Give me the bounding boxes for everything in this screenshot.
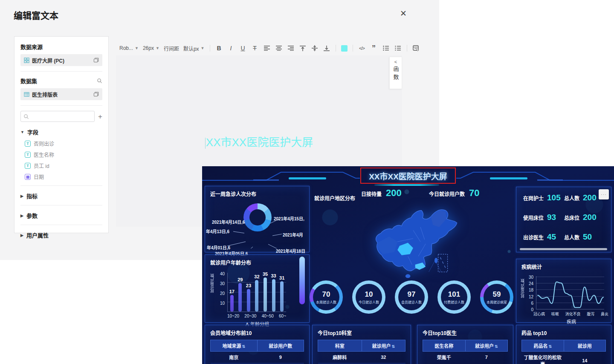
valign-middle-icon[interactable] — [311, 44, 319, 52]
column-header[interactable]: 科室 — [318, 340, 362, 352]
dialog-title: 编辑富文本 — [14, 9, 58, 21]
dashboard-title: XX市XX医院医护大屏 — [369, 170, 447, 182]
ring-value: 70 — [322, 290, 330, 299]
section-metrics[interactable]: ▶ 指标 — [20, 192, 102, 200]
table-cell: 麻醉科 — [318, 352, 362, 363]
table-row: 荣胤千7 — [423, 352, 508, 363]
field-list: T否则出诊T医生名称T员工 id▦日期 — [20, 140, 102, 180]
font-size-dropdown[interactable]: 26px▼ — [143, 45, 159, 51]
stat-label: 在岗护士 — [523, 194, 544, 202]
x-tick: 消化不良 — [565, 311, 580, 317]
section-fields[interactable]: ▼ 字段 — [20, 128, 102, 136]
text-field-icon: T — [25, 141, 31, 147]
table-row: 南京9 — [211, 352, 304, 363]
insert-card-icon[interactable] — [412, 44, 420, 52]
valign-bottom-icon[interactable] — [323, 44, 330, 52]
panel-title: 近一周急诊人次分布 — [205, 186, 309, 197]
text-caret — [205, 138, 206, 149]
close-icon[interactable]: ✕ — [400, 9, 407, 17]
selected-title-widget[interactable]: XX市XX医院医护大屏 — [360, 168, 456, 184]
screens-icon — [24, 58, 29, 63]
datasource-item[interactable]: 医疗大屏 (PC) — [20, 54, 102, 66]
section-params[interactable]: ▶ 参数 — [20, 211, 102, 220]
staff-stat: 出诊医生 45 — [523, 232, 564, 242]
divider — [353, 45, 353, 52]
column-header[interactable]: 药品名⇅ — [522, 340, 564, 352]
y-tick: 18 — [527, 288, 533, 295]
stat-label: 总人数 — [564, 194, 579, 202]
blockquote-button[interactable]: ” — [370, 44, 378, 52]
unordered-list-icon[interactable] — [394, 44, 402, 52]
code-button[interactable]: </> — [358, 44, 366, 52]
staff-stats-grid: 在岗护士 105总人数 200使用床位 93总床位 200出诊医生 45总人数 … — [516, 187, 611, 242]
align-left-icon[interactable] — [263, 44, 271, 52]
column-header[interactable]: 就诊用户⇅ — [465, 340, 508, 352]
panel-title: 就诊用户年龄分布 — [205, 255, 309, 266]
bar-value: 29 — [237, 277, 243, 282]
sort-icon[interactable]: ⇅ — [495, 344, 498, 349]
font-family-dropdown[interactable]: Rob...▼ — [119, 45, 139, 51]
x-tick: 60~ — [279, 314, 286, 318]
data-zoom-slider[interactable] — [299, 257, 305, 304]
disease-stats-panel: 疾病统计 就诊用户数 3024181260 冠心病咳嗽消化不良腹泻鼻炎 疾病 — [516, 259, 611, 323]
donut-callout-label: 2021年4月 — [283, 231, 303, 238]
field-item[interactable]: T医生名称 — [25, 151, 102, 158]
expand-arrow-icon: ▶ — [20, 194, 23, 198]
widget-more-button[interactable]: ··· — [599, 189, 609, 199]
line-spacing-dropdown[interactable]: 默认px▼ — [183, 45, 205, 52]
bold-button[interactable]: B — [215, 44, 223, 52]
sort-icon[interactable]: ⇅ — [391, 344, 395, 349]
field-item[interactable]: ▦日期 — [25, 173, 102, 180]
sort-icon[interactable]: ⇅ — [548, 344, 552, 349]
divider — [20, 205, 102, 205]
stat-label: 总床位 — [564, 214, 579, 221]
sort-icon[interactable]: ⇅ — [242, 344, 245, 349]
column-header[interactable]: 就诊用 — [564, 340, 606, 352]
align-right-icon[interactable] — [287, 44, 295, 52]
ring-label: 本周就诊人数 — [316, 300, 336, 304]
stat-value: 50 — [583, 232, 592, 242]
field-item[interactable]: T否则出诊 — [25, 140, 102, 147]
field-search-box[interactable] — [20, 111, 95, 122]
horizontal-scrollbar[interactable] — [520, 248, 607, 250]
today-visits-stat: 今日就诊用户数 70 — [429, 188, 480, 199]
table-row: 丁酸氢化可的松软膏14 — [522, 352, 606, 364]
dataset-item[interactable]: 医生排版表 — [20, 88, 102, 100]
valign-top-icon[interactable] — [299, 44, 307, 52]
field-item[interactable]: T员工 id — [25, 162, 102, 169]
divider — [20, 71, 102, 72]
font-color-swatch[interactable] — [341, 45, 348, 52]
medicine-table: 药品名⇅就诊用丁酸氢化可的松软膏14三金片17 — [521, 340, 606, 364]
column-header[interactable]: 就诊用户⇅ — [362, 340, 405, 352]
bar: 23 — [247, 289, 250, 312]
stat-label: 使用床位 — [523, 214, 544, 221]
switch-dataset-icon[interactable] — [93, 92, 99, 97]
donut-callout-label: 2021年4月15日, — [274, 215, 304, 222]
search-icon[interactable] — [97, 78, 102, 84]
field-search-input[interactable] — [31, 113, 92, 119]
ring-inner: 70 本周就诊人数 — [313, 284, 339, 310]
title-underline — [374, 184, 439, 186]
align-center-icon[interactable] — [275, 44, 283, 52]
top-dept-panel: 今日top10科室 科室就诊用户⇅麻醉科32口腔科27 — [312, 325, 411, 364]
y-tick: 40 — [217, 272, 225, 282]
column-header[interactable]: 医生名称 — [423, 340, 466, 352]
strikethrough-button[interactable]: T — [251, 44, 259, 52]
underline-button[interactable]: U — [239, 44, 247, 52]
italic-button[interactable]: I — [227, 44, 235, 52]
function-panel-tab[interactable]: < 函数 — [389, 57, 402, 89]
richtext-toolbar: Rob...▼ 26px▼ 行间距 默认px▼ B I U T </> ” — [119, 43, 420, 54]
ordered-list-icon[interactable] — [382, 44, 390, 52]
add-field-button[interactable]: + — [98, 113, 102, 120]
column-header[interactable]: 就诊用户数 — [257, 340, 304, 352]
table-cell: 7 — [465, 352, 508, 363]
divider — [20, 225, 102, 225]
richtext-content[interactable]: XX市XX医院医护大屏 — [206, 136, 313, 149]
switch-source-icon[interactable] — [93, 58, 99, 63]
section-user-attrs[interactable]: ▶ 用户属性 — [20, 231, 102, 239]
donut-callout-label: 年4月01日,6 — [207, 244, 230, 251]
field-name: 否则出诊 — [34, 140, 54, 147]
member-region-panel: 会员地域分布前10 地域来源⇅就诊用户数南京9厦门11 — [205, 325, 310, 364]
column-header[interactable]: 地域来源⇅ — [211, 340, 258, 352]
calendar-icon: ▦ — [25, 174, 31, 180]
